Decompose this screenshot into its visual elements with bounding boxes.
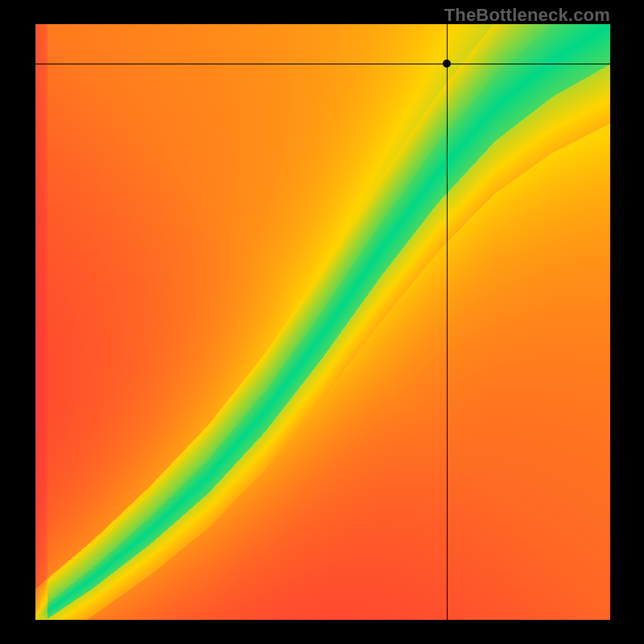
- crosshair-vertical: [447, 24, 448, 620]
- chart-container: TheBottleneck.com: [0, 0, 644, 644]
- crosshair-marker: [443, 60, 451, 68]
- watermark-text: TheBottleneck.com: [444, 5, 610, 26]
- heatmap-canvas: [35, 24, 610, 620]
- crosshair-horizontal: [35, 64, 610, 64]
